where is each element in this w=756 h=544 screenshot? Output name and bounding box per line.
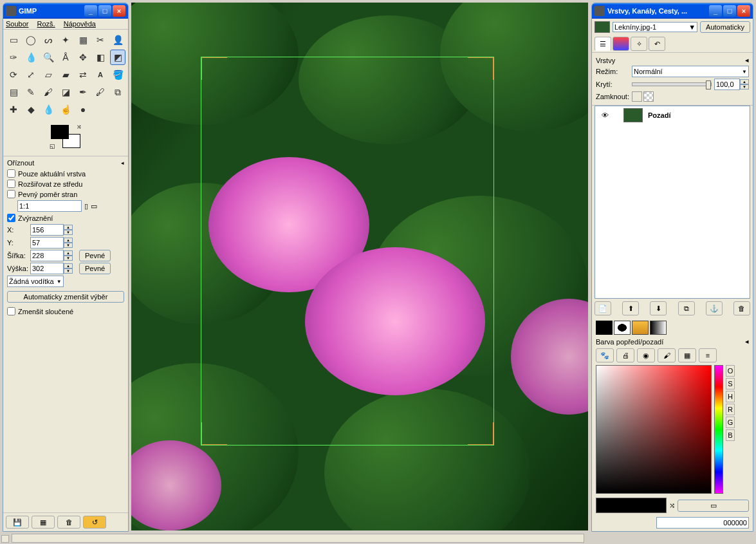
y-input[interactable] [30, 237, 64, 249]
blur-tool[interactable]: 💧 [41, 102, 56, 117]
brush-icon[interactable]: 🖌 [658, 348, 676, 362]
pencil-tool[interactable]: ✎ [23, 84, 39, 100]
y-up[interactable]: ▲ [64, 238, 73, 243]
delete-layer-button[interactable]: 🗑 [733, 301, 750, 315]
save-options-icon[interactable]: 💾 [6, 516, 29, 529]
fgbg-swatch[interactable]: ⤭ ◱ [50, 124, 82, 149]
zoom-tool[interactable]: 🔍 [41, 50, 56, 65]
x-down[interactable]: ▼ [64, 230, 73, 235]
perspective-tool[interactable]: ▰ [58, 67, 73, 82]
swatch-pattern[interactable] [632, 321, 649, 335]
anchor-layer-button[interactable]: ⚓ [706, 301, 723, 315]
highlight-checkbox[interactable] [7, 214, 15, 222]
swap-colors-icon[interactable]: ⤭ [77, 124, 82, 130]
scroll-corner[interactable] [1, 535, 9, 543]
bucket-fill-tool[interactable]: 🪣 [110, 67, 125, 82]
minimize-button[interactable]: _ [709, 5, 722, 17]
paths-tool[interactable]: ✑ [6, 50, 21, 65]
swatch-gradient[interactable] [650, 321, 667, 335]
text-tool[interactable]: A [93, 67, 108, 82]
s-button[interactable]: S [726, 378, 735, 389]
paths-tab[interactable]: ✧ [631, 37, 647, 51]
crop-handle-bl[interactable] [201, 422, 227, 445]
b-button[interactable]: B [726, 429, 735, 441]
palette-icon[interactable]: ▦ [678, 348, 696, 362]
smudge-tool[interactable]: ☝ [58, 102, 73, 117]
layers-menu-icon[interactable]: ◂ [745, 56, 749, 64]
raise-layer-button[interactable]: ⬆ [622, 301, 639, 315]
fuzzy-select-tool[interactable]: ✦ [58, 32, 73, 48]
layers-tab[interactable]: ☰ [595, 37, 611, 51]
flip-tool[interactable]: ⇄ [75, 67, 91, 82]
image-canvas[interactable] [131, 3, 588, 530]
ratio-landscape-icon[interactable]: ▭ [91, 202, 97, 211]
measure-tool[interactable]: Å [58, 50, 73, 65]
close-button[interactable]: × [113, 5, 125, 17]
default-colors-icon[interactable]: ◱ [50, 143, 55, 149]
lower-layer-button[interactable]: ⬇ [650, 301, 667, 315]
ink-tool[interactable]: 🖋 [93, 84, 108, 100]
ratio-portrait-icon[interactable]: ▯ [84, 202, 88, 211]
crop-rectangle[interactable] [201, 57, 494, 446]
scales-icon[interactable]: ≡ [699, 348, 717, 362]
cmyk-icon[interactable]: 🖨 [616, 348, 634, 362]
h-up[interactable]: ▲ [64, 263, 73, 268]
blend-tool[interactable]: ▤ [6, 84, 21, 100]
maximize-button[interactable]: □ [723, 5, 736, 17]
wheel-icon[interactable]: ◉ [637, 348, 655, 362]
saturation-value-area[interactable] [596, 365, 712, 494]
current-color-swatch[interactable] [596, 498, 667, 513]
layer-list[interactable]: 👁 Pozadí [595, 106, 750, 299]
toolbox-titlebar[interactable]: GIMP _ □ × [3, 3, 128, 19]
lock-pixel-icon[interactable] [632, 91, 642, 102]
paintbrush-tool[interactable]: 🖌 [41, 84, 56, 100]
rotate-tool[interactable]: ⟳ [6, 67, 21, 82]
duplicate-layer-button[interactable]: ⧉ [678, 301, 695, 315]
clone-tool[interactable]: ⧉ [110, 84, 125, 100]
y-down[interactable]: ▼ [64, 243, 73, 248]
width-input[interactable] [30, 250, 64, 261]
gimp-palette-icon[interactable]: 🐾 [596, 348, 614, 362]
foreground-select-tool[interactable]: 👤 [110, 32, 125, 48]
height-fixed-button[interactable]: Pevné [79, 263, 111, 274]
perspective-clone-tool[interactable]: ◆ [23, 102, 39, 117]
crop-tool[interactable]: ◩ [110, 50, 125, 65]
hex-input[interactable] [656, 517, 749, 529]
scale-tool[interactable]: ⤢ [23, 67, 39, 82]
swap-small-icon[interactable]: ⤭ [669, 502, 675, 510]
reset-options-icon[interactable]: ↺ [83, 516, 106, 529]
menu-ext[interactable]: Rozš. [37, 20, 55, 28]
menu-file[interactable]: Soubor [6, 20, 28, 28]
w-down[interactable]: ▼ [64, 256, 73, 261]
g-button[interactable]: G [726, 417, 735, 428]
crop-handle-tr[interactable] [468, 57, 493, 80]
undo-tab[interactable]: ↶ [649, 37, 665, 51]
visibility-icon[interactable]: 👁 [598, 111, 612, 119]
lock-alpha-icon[interactable] [643, 91, 654, 102]
airbrush-tool[interactable]: ✒ [75, 84, 91, 100]
restore-options-icon[interactable]: ▦ [32, 516, 55, 529]
color-select-tool[interactable]: ▦ [75, 32, 91, 48]
opacity-slider[interactable] [632, 82, 712, 86]
swatch-fg[interactable] [596, 321, 613, 335]
delete-options-icon[interactable]: 🗑 [57, 516, 80, 529]
h-scrollbar[interactable] [12, 534, 584, 543]
layer-row[interactable]: 👁 Pozadí [595, 106, 750, 124]
x-input[interactable] [30, 224, 64, 236]
shear-tool[interactable]: ▱ [41, 67, 56, 82]
crop-handle-br[interactable] [468, 422, 493, 445]
fixed-ratio-checkbox[interactable] [7, 190, 15, 198]
color-picker-tool[interactable]: 💧 [23, 50, 39, 65]
height-input[interactable] [30, 263, 64, 274]
opacity-input[interactable] [714, 79, 740, 90]
guides-select[interactable]: Žádná vodítka▼ [7, 276, 64, 287]
hue-strip[interactable] [714, 365, 723, 494]
width-fixed-button[interactable]: Pevné [79, 250, 111, 261]
color-menu-icon[interactable]: ◂ [745, 337, 749, 346]
new-layer-button[interactable]: 📄 [595, 301, 611, 315]
maximize-button[interactable]: □ [98, 5, 111, 17]
fg-color[interactable] [51, 125, 69, 139]
color-options-button[interactable]: ▭ [678, 500, 749, 512]
h-down[interactable]: ▼ [64, 268, 73, 274]
crop-handle-tl[interactable] [201, 57, 227, 80]
